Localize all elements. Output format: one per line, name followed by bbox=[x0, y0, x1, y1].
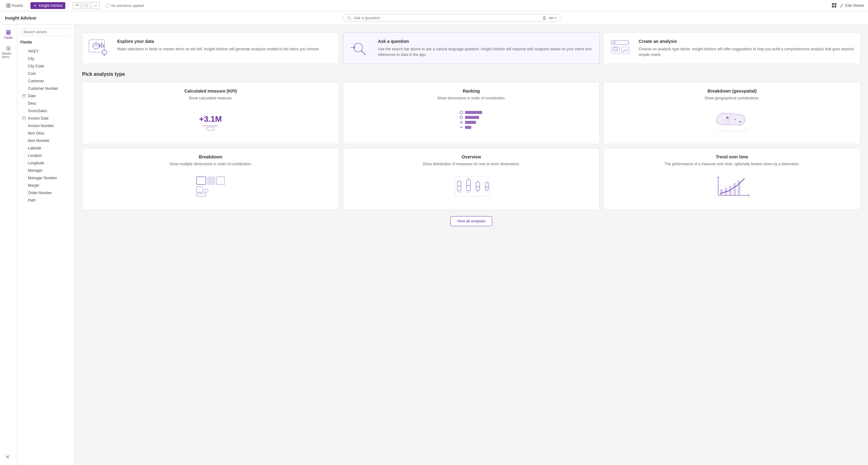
tool-icon-3[interactable] bbox=[91, 2, 99, 9]
svg-rect-12 bbox=[834, 3, 836, 5]
svg-line-65 bbox=[720, 128, 723, 131]
ask-icon bbox=[348, 38, 373, 58]
svg-rect-20 bbox=[6, 32, 10, 33]
field-name: GrossSales bbox=[28, 109, 47, 113]
analysis-card-ranking[interactable]: Ranking Show dimensions in order of cont… bbox=[343, 82, 600, 144]
analysis-card-trend[interactable]: Trend over time The performance of a mea… bbox=[603, 148, 861, 210]
field-item-location[interactable]: Location bbox=[21, 152, 71, 159]
svg-rect-19 bbox=[6, 30, 10, 31]
create-icon bbox=[609, 38, 633, 58]
main-content: Explore your data Make selections in fie… bbox=[74, 25, 868, 465]
field-item-longitude[interactable]: Longitude bbox=[21, 159, 71, 167]
svg-rect-47 bbox=[611, 47, 619, 54]
field-item-customer-number[interactable]: Customer Number bbox=[21, 85, 71, 92]
svg-rect-45 bbox=[611, 41, 629, 44]
field-name: Latitude bbox=[28, 146, 41, 150]
field-item-%key[interactable]: %KEY bbox=[21, 47, 71, 55]
field-name: City bbox=[28, 57, 34, 61]
field-name: Margin bbox=[28, 183, 39, 188]
tool-icon-1[interactable] bbox=[73, 2, 81, 9]
svg-point-58 bbox=[460, 116, 463, 119]
svg-rect-0 bbox=[6, 4, 8, 5]
grid-view-btn[interactable] bbox=[832, 3, 837, 8]
sidebar-item-fields[interactable]: Fields bbox=[1, 27, 16, 42]
nav-assets-label: Assets bbox=[12, 3, 23, 8]
field-item-item-desc[interactable]: Item Desc bbox=[21, 130, 71, 137]
svg-point-61 bbox=[726, 117, 728, 119]
field-item-order-number[interactable]: Order Number bbox=[21, 189, 71, 197]
field-item-latitude[interactable]: Latitude bbox=[21, 144, 71, 152]
fields-header: Fields bbox=[21, 39, 71, 45]
selection-tool-icon bbox=[75, 4, 79, 7]
field-item-customer[interactable]: Customer bbox=[21, 77, 71, 85]
svg-rect-1 bbox=[9, 4, 10, 5]
field-item-item-number[interactable]: Item Number bbox=[21, 137, 71, 144]
svg-rect-17 bbox=[544, 16, 545, 18]
field-item-city[interactable]: City bbox=[21, 55, 71, 62]
field-item-manager-number[interactable]: Manager Number bbox=[21, 174, 71, 182]
kpi-chart: +3.1M bbox=[195, 108, 226, 133]
analysis-card-overview[interactable]: Overview Show distribution of measures f… bbox=[343, 148, 600, 210]
explore-visual bbox=[87, 39, 112, 58]
trend-desc: The performance of a measure over time, … bbox=[665, 162, 800, 166]
svg-rect-85 bbox=[485, 183, 488, 190]
svg-rect-40 bbox=[101, 42, 102, 47]
svg-rect-52 bbox=[207, 127, 214, 130]
language-selector[interactable]: en bbox=[549, 16, 556, 20]
analysis-card-kpi[interactable]: Calculated measure (KPI) Show calculated… bbox=[82, 82, 339, 144]
nav-right: Edit Sheets bbox=[832, 3, 864, 8]
field-item-city-code[interactable]: City Code bbox=[21, 62, 71, 70]
svg-rect-92 bbox=[720, 189, 723, 195]
top-nav: Assets Insight Advisor bbox=[0, 0, 868, 11]
field-item-cost[interactable]: Cost bbox=[21, 70, 71, 77]
svg-rect-21 bbox=[6, 34, 10, 34]
nav-assets[interactable]: Assets bbox=[4, 2, 26, 9]
info-card-explore: Explore your data Make selections in fie… bbox=[82, 32, 339, 64]
svg-rect-9 bbox=[85, 4, 88, 7]
svg-rect-53 bbox=[465, 111, 482, 114]
nav-insight-advisor[interactable]: Insight Advisor bbox=[30, 2, 65, 9]
collapse-sidebar-btn[interactable] bbox=[4, 452, 13, 463]
search-icon bbox=[347, 16, 351, 20]
edit-sheets-btn[interactable]: Edit Sheets bbox=[840, 3, 864, 8]
field-item-invoice-date[interactable]: Invoice Date bbox=[21, 114, 71, 122]
info-card-ask-text: Use the search bar above to ask a natura… bbox=[378, 46, 593, 58]
field-item-desc[interactable]: Desc bbox=[21, 100, 71, 107]
info-card-explore-title: Explore your data bbox=[117, 39, 333, 44]
svg-rect-93 bbox=[725, 188, 727, 195]
tool-icon-2[interactable] bbox=[82, 2, 90, 9]
analysis-card-breakdown[interactable]: Breakdown Show multiple dimensions in or… bbox=[82, 148, 339, 210]
svg-line-16 bbox=[350, 19, 351, 20]
svg-point-59 bbox=[460, 122, 462, 123]
ranking-chart bbox=[456, 108, 487, 133]
create-visual bbox=[609, 39, 633, 58]
info-cards: Explore your data Make selections in fie… bbox=[82, 32, 861, 64]
analysis-card-geo[interactable]: Breakdown (geospatial) Show geographical… bbox=[603, 82, 861, 144]
question-input[interactable] bbox=[354, 15, 540, 20]
field-item-path[interactable]: Path bbox=[21, 197, 71, 204]
search-bar[interactable]: en bbox=[343, 14, 561, 22]
field-item-manager[interactable]: Manager bbox=[21, 167, 71, 174]
svg-rect-29 bbox=[22, 117, 26, 120]
field-item-grosssales[interactable]: GrossSales bbox=[21, 107, 71, 114]
microphone-icon[interactable] bbox=[542, 16, 547, 20]
assets-icon bbox=[6, 3, 10, 8]
geo-title: Breakdown (geospatial) bbox=[708, 89, 757, 94]
sidebar-icon-strip: Fields Master items bbox=[0, 25, 18, 465]
page-title: Insight Advisor bbox=[5, 15, 36, 21]
fields-icon-label: Fields bbox=[4, 36, 13, 39]
info-card-ask-title: Ask a question bbox=[378, 39, 593, 44]
insight-advisor-icon bbox=[33, 3, 37, 8]
search-assets-input[interactable] bbox=[21, 28, 71, 36]
view-all-btn[interactable]: View all analyses bbox=[451, 216, 492, 226]
field-item-invoice-number[interactable]: Invoice Number bbox=[21, 122, 71, 130]
sidebar-item-master-items[interactable]: Master items bbox=[1, 43, 16, 61]
field-item-margin[interactable]: Margin bbox=[21, 182, 71, 189]
field-name: Manager Number bbox=[28, 176, 57, 180]
explore-icon bbox=[87, 38, 112, 58]
analysis-grid: Calculated measure (KPI) Show calculated… bbox=[82, 82, 861, 210]
field-item-date[interactable]: Date bbox=[21, 92, 71, 100]
field-name: Date bbox=[28, 94, 36, 98]
info-card-create-text: Choose an analysis type below. Insight A… bbox=[639, 46, 854, 58]
svg-rect-13 bbox=[832, 6, 834, 7]
